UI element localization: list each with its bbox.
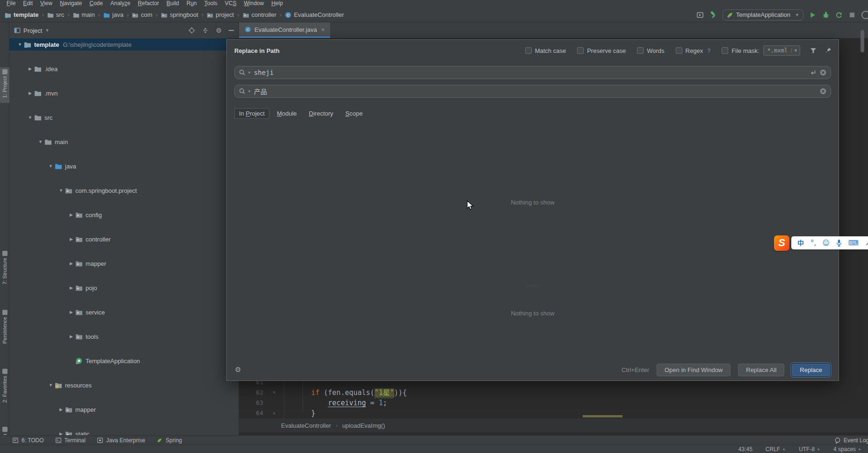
new-line-icon[interactable] bbox=[809, 69, 817, 76]
voice-input-icon[interactable] bbox=[836, 239, 842, 247]
fold-marker-icon[interactable]: ▿ bbox=[270, 387, 278, 398]
search-icon[interactable] bbox=[239, 88, 246, 95]
breadcrumb-item[interactable]: java bbox=[103, 11, 123, 18]
file-mask-combo[interactable]: *.mxml ▼ bbox=[763, 45, 800, 56]
sogou-logo-icon[interactable]: S bbox=[774, 235, 789, 251]
breadcrumb-item[interactable]: project bbox=[207, 11, 234, 18]
emoji-icon[interactable]: ☺ bbox=[822, 240, 830, 247]
tree-item-java[interactable]: ▼ java bbox=[9, 160, 239, 172]
tree-arrow-icon[interactable]: ▶ bbox=[67, 334, 75, 339]
breadcrumb-item[interactable]: main bbox=[73, 11, 95, 18]
tree-item-config[interactable]: ▶ config bbox=[9, 209, 239, 221]
menu-vcs[interactable]: VCS bbox=[221, 0, 240, 7]
toolwindow-spring[interactable]: Spring bbox=[156, 437, 182, 444]
gear-icon[interactable]: ⚙ bbox=[234, 366, 242, 373]
gear-icon[interactable]: ⚙ bbox=[216, 27, 222, 34]
editor-tab-evaluatecontroller[interactable]: C EvaluateController.java × bbox=[239, 22, 330, 38]
run-anything-icon[interactable] bbox=[696, 11, 704, 19]
settings-wrench-icon[interactable] bbox=[865, 239, 868, 247]
option-file-mask[interactable]: File mask: bbox=[722, 47, 759, 54]
debug-button[interactable] bbox=[822, 11, 830, 19]
code-editor[interactable]: 6162▿ if (fen.equals("1星")){63 receiving… bbox=[239, 381, 868, 418]
toolwindow-terminal[interactable]: Terminal bbox=[55, 437, 86, 444]
tree-arrow-icon[interactable]: ▼ bbox=[47, 164, 55, 168]
option-preserve-case[interactable]: Preserve case bbox=[577, 47, 626, 54]
scope-tab-in-project[interactable]: In Project bbox=[234, 108, 269, 119]
tree-item-.idea[interactable]: ▶ .idea bbox=[9, 63, 239, 75]
menu-run[interactable]: Run bbox=[183, 0, 201, 7]
tree-arrow-icon[interactable]: ▼ bbox=[57, 188, 65, 193]
replace-field[interactable]: ▼ bbox=[234, 85, 831, 98]
chinese-mode-icon[interactable] bbox=[797, 239, 804, 247]
stripe-tab--project[interactable]: 1: Project bbox=[0, 67, 9, 103]
tree-item-templateapplication[interactable]: TemplateApplication bbox=[9, 355, 239, 367]
tree-item-template[interactable]: ▼ template G:\shejiing\code\template bbox=[9, 38, 239, 51]
menu-file[interactable]: File bbox=[3, 0, 19, 7]
encoding-widget[interactable]: UTF-8▲ bbox=[799, 446, 820, 453]
tree-item-mapper[interactable]: ▶ mapper bbox=[9, 257, 239, 270]
checkbox-icon[interactable] bbox=[722, 47, 728, 54]
help-icon[interactable]: ? bbox=[707, 47, 710, 54]
breadcrumb-item[interactable]: controller bbox=[243, 11, 276, 18]
tree-arrow-icon[interactable]: ▼ bbox=[16, 42, 24, 47]
scope-tab-directory[interactable]: Directory bbox=[304, 108, 338, 119]
stripe-tab--structure[interactable]: 7: Structure bbox=[0, 249, 9, 301]
tree-arrow-icon[interactable]: ▼ bbox=[47, 383, 55, 387]
run-configuration-select[interactable]: TemplateApplication ▼ bbox=[723, 9, 803, 21]
tree-arrow-icon[interactable]: ▶ bbox=[57, 407, 65, 412]
fold-marker-icon[interactable]: ▵ bbox=[270, 408, 278, 418]
search-input[interactable] bbox=[254, 69, 806, 76]
breadcrumb-item[interactable]: com bbox=[132, 11, 152, 18]
checkbox-icon[interactable] bbox=[676, 47, 682, 54]
close-icon[interactable]: × bbox=[321, 26, 325, 33]
tree-arrow-icon[interactable]: ▶ bbox=[26, 66, 34, 71]
code-line[interactable]: 61 bbox=[239, 381, 868, 387]
filter-funnel-icon[interactable] bbox=[810, 47, 817, 54]
toolwindow-todo[interactable]: 6: TODO bbox=[12, 437, 44, 444]
editor-scrollbar-thumb[interactable] bbox=[861, 30, 864, 52]
stripe-tab-persistence[interactable]: Persistence bbox=[0, 308, 9, 353]
breadcrumb-item[interactable]: springboot bbox=[161, 11, 198, 18]
hide-panel-icon[interactable] bbox=[229, 30, 234, 31]
code-line[interactable]: 63 receiving = 1; bbox=[239, 398, 868, 408]
menu-navigate[interactable]: Navigate bbox=[56, 0, 86, 7]
tree-item-controller[interactable]: ▶ controller bbox=[9, 233, 239, 245]
tree-item-service[interactable]: ▶ service bbox=[9, 306, 239, 318]
line-separator-widget[interactable]: CRLF▲ bbox=[766, 446, 786, 453]
tree-item-.mvn[interactable]: ▶ .mvn bbox=[9, 87, 239, 99]
search-field[interactable]: ▼ bbox=[234, 66, 831, 79]
code-line[interactable]: 64▵ } bbox=[239, 408, 868, 418]
indent-widget[interactable]: 4 spaces▲ bbox=[833, 446, 861, 453]
menu-help[interactable]: Help bbox=[268, 0, 287, 7]
search-icon[interactable] bbox=[239, 69, 246, 76]
breadcrumb-item[interactable]: CEvaluateController bbox=[285, 11, 344, 18]
collapse-all-icon[interactable] bbox=[202, 27, 209, 34]
tree-arrow-icon[interactable]: ▶ bbox=[67, 237, 75, 241]
menu-view[interactable]: View bbox=[36, 0, 56, 7]
checkbox-icon[interactable] bbox=[525, 47, 532, 54]
soft-keyboard-icon[interactable]: ⌨ bbox=[848, 240, 859, 247]
build-hammer-icon[interactable] bbox=[709, 11, 717, 19]
tree-arrow-icon[interactable]: ▶ bbox=[67, 285, 75, 290]
clear-search-icon[interactable] bbox=[819, 69, 827, 76]
menu-window[interactable]: Window bbox=[240, 0, 268, 7]
menu-tools[interactable]: Tools bbox=[201, 0, 221, 7]
tree-arrow-icon[interactable]: ▶ bbox=[67, 310, 75, 314]
tree-item-tools[interactable]: ▶ tools bbox=[9, 330, 239, 343]
code-line[interactable]: 62▿ if (fen.equals("1星")){ bbox=[239, 387, 868, 398]
stripe-tab--favorites[interactable]: 2: Favorites bbox=[0, 367, 9, 410]
breadcrumb-item[interactable]: template bbox=[5, 11, 38, 18]
tree-item-main[interactable]: ▼ main bbox=[9, 136, 239, 148]
checkbox-icon[interactable] bbox=[577, 47, 584, 54]
tree-item-mapper[interactable]: ▶ mapper bbox=[9, 403, 239, 416]
scope-tab-module[interactable]: Module bbox=[272, 108, 302, 119]
menu-edit[interactable]: Edit bbox=[19, 0, 36, 7]
punctuation-icon[interactable]: °, bbox=[810, 240, 816, 247]
toolwindow-event-log[interactable]: Event Log bbox=[834, 437, 868, 444]
tree-arrow-icon[interactable]: ▶ bbox=[26, 91, 34, 95]
tree-item-com.springboot.project[interactable]: ▼ com.springboot.project bbox=[9, 184, 239, 197]
toolwindow-javaee[interactable]: Java Enterprise bbox=[97, 437, 145, 444]
replace-all-button[interactable]: Replace All bbox=[738, 364, 784, 376]
chevron-down-icon[interactable]: ▼ bbox=[791, 48, 800, 53]
splitter-handle[interactable]: ····· bbox=[227, 283, 839, 288]
